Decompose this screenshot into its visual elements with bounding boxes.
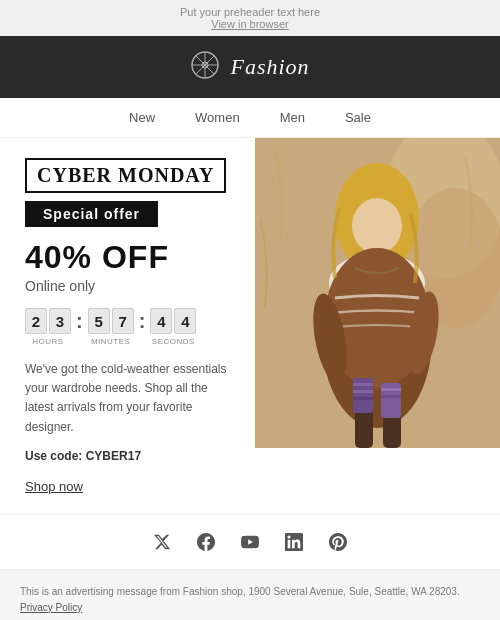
main-content: CYBER MONDAY Special offer 40% OFF Onlin…: [0, 138, 500, 514]
svg-rect-21: [381, 388, 401, 391]
svg-rect-18: [353, 390, 373, 393]
minutes-label: MINUTES: [91, 337, 131, 346]
header: Fashion: [0, 36, 500, 98]
hours-block: 2 3 HOURS: [25, 308, 71, 346]
colon-1: :: [76, 308, 83, 333]
minutes-digits: 5 7: [88, 308, 134, 334]
hour-tens: 2: [25, 308, 47, 334]
svg-point-12: [352, 198, 402, 254]
second-ones: 4: [174, 308, 196, 334]
youtube-icon[interactable]: [239, 531, 261, 553]
minute-tens: 5: [88, 308, 110, 334]
discount-text: 40% OFF: [25, 239, 169, 276]
social-bar: [0, 514, 500, 570]
brand-name: Fashion: [230, 54, 309, 80]
linkedin-icon[interactable]: [283, 531, 305, 553]
navigation: New Women Men Sale: [0, 98, 500, 138]
seconds-block: 4 4 SECONDS: [150, 308, 196, 346]
woman-illustration: [255, 138, 500, 448]
second-tens: 4: [150, 308, 172, 334]
seconds-digits: 4 4: [150, 308, 196, 334]
colon-2: :: [139, 308, 146, 333]
svg-rect-19: [353, 397, 373, 400]
pinterest-icon[interactable]: [327, 531, 349, 553]
nav-new[interactable]: New: [129, 110, 155, 125]
minute-ones: 7: [112, 308, 134, 334]
facebook-icon[interactable]: [195, 531, 217, 553]
promo-panel: CYBER MONDAY Special offer 40% OFF Onlin…: [0, 138, 255, 514]
svg-rect-15: [383, 413, 401, 448]
online-only-text: Online only: [25, 278, 95, 294]
footer-address: This is an advertising message from Fash…: [20, 584, 480, 600]
hour-ones: 3: [49, 308, 71, 334]
preheader-bar: Put your preheader text here View in bro…: [0, 0, 500, 36]
code-label: Use code:: [25, 449, 82, 463]
nav-sale[interactable]: Sale: [345, 110, 371, 125]
privacy-policy-link[interactable]: Privacy Policy: [20, 602, 82, 613]
nav-women[interactable]: Women: [195, 110, 240, 125]
svg-rect-22: [381, 395, 401, 398]
cyber-monday-title: CYBER MONDAY: [25, 158, 226, 193]
twitter-icon[interactable]: [151, 531, 173, 553]
hours-digits: 2 3: [25, 308, 71, 334]
shop-now-button[interactable]: Shop now: [25, 479, 83, 494]
seconds-label: SECONDS: [152, 337, 195, 346]
footer: This is an advertising message from Fash…: [0, 570, 500, 620]
brand-logo-icon: [190, 50, 220, 84]
promo-description: We've got the cold-weather essentials yo…: [25, 360, 235, 437]
nav-men[interactable]: Men: [280, 110, 305, 125]
view-in-browser-link[interactable]: View in browser: [211, 18, 288, 30]
fashion-image: [255, 138, 500, 448]
special-offer-badge: Special offer: [25, 201, 158, 227]
hours-label: HOURS: [32, 337, 63, 346]
svg-rect-17: [353, 383, 373, 386]
promo-code-value: CYBER17: [86, 449, 141, 463]
svg-rect-14: [355, 408, 373, 448]
promo-code-text: Use code: CYBER17: [25, 449, 141, 463]
minutes-block: 5 7 MINUTES: [88, 308, 134, 346]
preheader-text: Put your preheader text here: [180, 6, 320, 18]
fashion-image-panel: [255, 138, 500, 514]
countdown-timer: 2 3 HOURS : 5 7 MINUTES : 4 4 SECONDS: [25, 308, 196, 346]
